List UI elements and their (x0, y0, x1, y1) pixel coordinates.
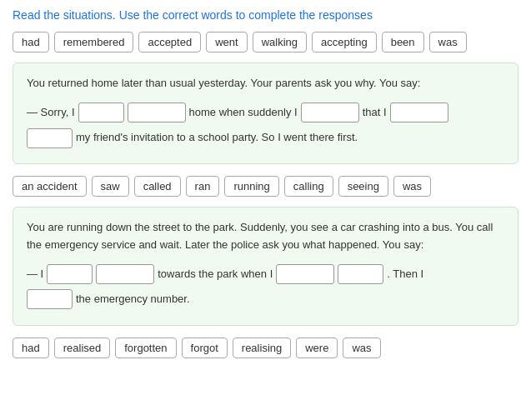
sentence-1-prefix: — Sorry, I (27, 101, 75, 125)
exercise-1-sentence-1: — Sorry, I home when suddenly I that I (27, 101, 504, 125)
exercise-2-sentence-1: — I towards the park when I . Then I (27, 262, 504, 287)
instruction-text: Read the situations. Use the correct wor… (13, 8, 518, 22)
exercise-1-description: You returned home later than usual yeste… (27, 75, 504, 92)
word-chip-saw[interactable]: saw (92, 176, 129, 197)
word-chip-had[interactable]: had (13, 32, 49, 52)
sentence-1-mid-2: that I (363, 101, 387, 125)
sentence-1-mid-1: home when suddenly I (189, 101, 298, 125)
exercise-box-2: You are running down the street to the p… (13, 207, 518, 326)
sentence-2-mid-1: towards the park when I (158, 262, 273, 287)
exercise-2-sentence-2: the emergency number. (27, 288, 504, 312)
word-chip-were[interactable]: were (296, 338, 338, 358)
blank-1-3[interactable] (301, 102, 359, 122)
word-chip-walking[interactable]: walking (253, 32, 307, 52)
word-chip-calling[interactable]: calling (284, 176, 333, 197)
blank-2-5[interactable] (27, 289, 73, 309)
exercise-2-description: You are running down the street to the p… (27, 219, 504, 254)
blank-1-4[interactable] (390, 102, 448, 122)
word-bank-3: had realised forgotten forgot realising … (13, 338, 518, 358)
exercise-1-sentence-2: my friend's invitation to a school party… (27, 126, 504, 150)
word-chip-went[interactable]: went (206, 32, 247, 52)
blank-2-3[interactable] (276, 264, 334, 284)
sentence-1-end: my friend's invitation to a school party… (76, 126, 358, 150)
blank-2-4[interactable] (338, 264, 383, 284)
word-chip-was-2[interactable]: was (393, 176, 431, 197)
word-bank-1: had remembered accepted went walking acc… (13, 32, 518, 52)
blank-2-1[interactable] (47, 264, 93, 284)
sentence-2-prefix: — I (27, 262, 43, 287)
word-chip-forgotten[interactable]: forgotten (115, 338, 176, 358)
blank-1-5[interactable] (27, 128, 73, 148)
sentence-2-mid-2: . Then I (387, 262, 423, 287)
word-chip-forgot[interactable]: forgot (182, 338, 228, 358)
word-chip-remembered[interactable]: remembered (54, 32, 134, 52)
word-chip-an-accident[interactable]: an accident (13, 176, 87, 197)
word-chip-running[interactable]: running (224, 176, 278, 197)
word-chip-seeing[interactable]: seeing (338, 176, 388, 197)
word-chip-called[interactable]: called (134, 176, 181, 197)
word-chip-accepted[interactable]: accepted (138, 32, 201, 52)
word-chip-realising[interactable]: realising (233, 338, 291, 358)
blank-1-2[interactable] (128, 102, 186, 122)
word-chip-been[interactable]: been (382, 32, 424, 52)
word-chip-ran[interactable]: ran (186, 176, 220, 197)
sentence-2-end: the emergency number. (76, 288, 190, 312)
exercise-box-1: You returned home later than usual yeste… (13, 62, 518, 164)
word-chip-realised[interactable]: realised (54, 338, 111, 358)
page-container: Read the situations. Use the correct wor… (0, 0, 531, 367)
word-chip-was[interactable]: was (429, 32, 467, 52)
word-chip-was-3[interactable]: was (343, 338, 380, 358)
blank-2-2[interactable] (96, 264, 154, 284)
word-chip-accepting[interactable]: accepting (312, 32, 377, 52)
blank-1-1[interactable] (78, 102, 124, 122)
word-chip-had-3[interactable]: had (13, 338, 49, 358)
word-bank-2: an accident saw called ran running calli… (13, 176, 518, 197)
